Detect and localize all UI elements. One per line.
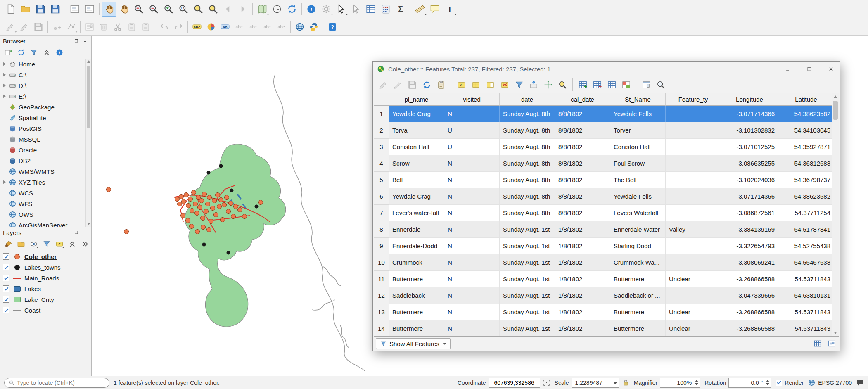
layer-diagram-button[interactable] (204, 20, 218, 34)
cell-visited[interactable]: N (444, 155, 500, 172)
close-button[interactable] (822, 63, 840, 75)
cell-cal-date[interactable]: 1/8/1802 (555, 221, 610, 238)
cell-st-name[interactable]: Ennerdale Water (610, 221, 666, 238)
cell-visited[interactable]: N (444, 221, 500, 238)
cell-pl-name[interactable]: Yewdale Crag (389, 188, 444, 205)
cell-pl-name[interactable]: Buttermere (389, 304, 444, 320)
cell-feature-ty[interactable] (666, 122, 721, 139)
zoom-to-selection-button[interactable] (191, 2, 206, 17)
cell-longitude[interactable]: -3.268866588 (721, 304, 778, 320)
invert-selection-button[interactable] (484, 78, 497, 91)
deselect-all-button[interactable] (498, 78, 511, 91)
row-number[interactable]: 11 (374, 271, 389, 287)
cell-longitude[interactable]: -3.086635255 (721, 155, 778, 172)
row-number[interactable]: 13 (374, 304, 389, 320)
cell-longitude[interactable]: -3.268866588 (721, 320, 778, 336)
cell-cal-date[interactable]: 1/8/1802 (555, 287, 610, 304)
save-project-button[interactable] (33, 2, 48, 17)
browser-close-button[interactable] (81, 38, 88, 45)
cell-feature-ty[interactable]: Unclear (666, 304, 721, 320)
column-header-visited[interactable]: visited (444, 93, 500, 106)
filter-legend-button[interactable] (41, 239, 52, 249)
expand-arrow-icon[interactable] (2, 83, 7, 88)
column-header-pl-name[interactable]: pl_name (389, 93, 444, 106)
row-number[interactable]: 2 (374, 122, 389, 139)
cell-cal-date[interactable]: 8/8/1802 (555, 172, 610, 188)
cell-cal-date[interactable]: 1/8/1802 (555, 320, 610, 336)
layers-float-button[interactable] (73, 229, 80, 236)
cell-feature-ty[interactable]: Unclear (666, 320, 721, 336)
cell-feature-ty[interactable] (666, 205, 721, 221)
rotation-spin-arrows[interactable] (766, 380, 769, 385)
cell-latitude[interactable]: 54.53711843 (778, 320, 832, 336)
cell-pl-name[interactable]: Saddleback (389, 287, 444, 304)
row-number[interactable]: 5 (374, 172, 389, 188)
cell-date[interactable]: Sunday Augt. 1st (500, 271, 555, 287)
crs-globe-icon[interactable] (808, 379, 816, 387)
cell-latitude[interactable]: 54.53711843 (778, 304, 832, 320)
identify-features-button[interactable] (304, 2, 319, 17)
cell-cal-date[interactable]: 1/8/1802 (555, 238, 610, 254)
row-number[interactable]: 4 (374, 155, 389, 172)
magnifier-spin-arrows[interactable] (695, 380, 698, 385)
cell-visited[interactable]: N (444, 304, 500, 320)
open-attribute-table-button[interactable] (363, 2, 378, 17)
table-row[interactable]: 11ButtermereNSunday Augt. 1st1/8/1802But… (374, 271, 832, 287)
help-button[interactable] (325, 20, 339, 34)
form-view-button[interactable] (826, 338, 837, 349)
browser-item-arcgismapserver[interactable]: ArcGisMapServer (2, 220, 85, 227)
show-all-features-dropdown-icon[interactable] (443, 343, 446, 345)
table-row[interactable]: 14ButtermereNSunday Augt. 1st1/8/1802But… (374, 320, 832, 336)
cell-longitude[interactable]: -3.384139169 (721, 221, 778, 238)
cell-cal-date[interactable]: 8/8/1802 (555, 205, 610, 221)
cell-visited[interactable]: N (444, 172, 500, 188)
cell-latitude[interactable]: 54.34103045 (778, 122, 832, 139)
cell-pl-name[interactable]: Scrow (389, 155, 444, 172)
magnifier-spinbox[interactable]: 100% (660, 378, 700, 388)
cell-pl-name[interactable]: Torva (389, 122, 444, 139)
table-row[interactable]: 7Lever's water-fallNSunday Augt. 8th8/8/… (374, 205, 832, 221)
cell-pl-name[interactable]: Coniston Hall (389, 139, 444, 155)
cell-st-name[interactable]: Saddleback or ... (610, 287, 666, 304)
open-project-button[interactable] (18, 2, 33, 17)
browser-add-layers-button[interactable] (3, 47, 14, 58)
zoom-full-button[interactable] (161, 2, 176, 17)
table-row[interactable]: 12SaddlebackNSunday Augt. 1st1/8/1802Sad… (374, 287, 832, 304)
cell-feature-ty[interactable] (666, 238, 721, 254)
cell-latitude[interactable]: 54.52755438 (778, 238, 832, 254)
browser-item-d[interactable]: D:\ (2, 80, 85, 91)
table-row[interactable]: 5BellNSunday Augt. 8th8/8/1802The Bell-3… (374, 172, 832, 188)
layer-checkbox[interactable] (3, 307, 9, 313)
cell-st-name[interactable]: Buttermere (610, 320, 666, 336)
browser-float-button[interactable] (73, 38, 80, 45)
browser-item-spatialite[interactable]: SpatiaLite (2, 112, 85, 123)
zoom-to-selected-button[interactable] (556, 78, 569, 91)
attribute-grid[interactable]: pl_namevisiteddatecal_dateSt_NameFeature… (374, 93, 832, 336)
metasearch-button[interactable] (293, 20, 307, 34)
cell-visited[interactable]: N (444, 188, 500, 205)
cell-st-name[interactable]: The Bell (610, 172, 666, 188)
cell-st-name[interactable]: Starling Dodd (610, 238, 666, 254)
cell-date[interactable]: Sunday Augt. 8th (500, 172, 555, 188)
text-annotation-button[interactable] (442, 2, 457, 17)
layer-checkbox[interactable] (3, 253, 9, 260)
zoom-in-button[interactable] (131, 2, 146, 17)
cell-longitude[interactable]: -3.322654793 (721, 238, 778, 254)
browser-item-mssql[interactable]: MSSQL (2, 134, 85, 145)
render-checkbox[interactable] (776, 380, 782, 386)
vertex-tool-dropdown-icon[interactable] (75, 31, 78, 33)
browser-filter-button[interactable] (28, 47, 39, 58)
map-tips-button[interactable] (427, 2, 442, 17)
filter-select-form-button[interactable] (512, 78, 526, 91)
browser-item-wfs[interactable]: WFS (2, 198, 85, 209)
new-map-view-button[interactable] (255, 2, 270, 17)
cell-cal-date[interactable]: 8/8/1802 (555, 106, 610, 122)
browser-item-db2[interactable]: DB2 (2, 155, 85, 166)
column-header-cal-date[interactable]: cal_date (555, 93, 610, 106)
expand-arrow-icon[interactable] (2, 73, 7, 77)
layers-close-button[interactable] (81, 229, 88, 236)
layer-item-lake-cnty[interactable]: Lake_Cnty (0, 294, 91, 305)
manage-map-themes-dropdown-icon[interactable] (36, 247, 39, 248)
row-number[interactable]: 3 (374, 139, 389, 155)
table-row[interactable]: 4ScrowNSunday Augt. 8th8/8/1802Foul Scro… (374, 155, 832, 172)
